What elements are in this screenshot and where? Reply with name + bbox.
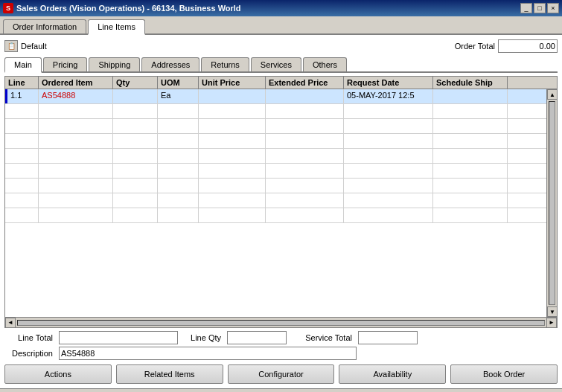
tab-addresses[interactable]: Addresses [141,57,199,71]
cell-sched-ship [433,164,508,178]
col-header-req-date: Request Date [344,77,433,89]
table-row[interactable] [5,179,546,193]
tab-line-items[interactable]: Line Items [88,19,145,35]
table-row[interactable] [5,164,546,179]
cell-qty [113,193,158,208]
table-row[interactable]: 1.1 AS54888 Ea 05-MAY-2017 12:5 [5,89,546,104]
cell-unit-price [199,119,266,133]
minimize-button[interactable]: _ [520,3,532,13]
cell-ordered-item [39,119,113,133]
title-bar-buttons[interactable]: _ □ × [520,3,559,13]
tab-services[interactable]: Services [251,57,301,71]
title-bar-left: S Sales Orders (Vision Operations) - 661… [3,3,241,13]
cell-uom [158,208,199,222]
totals-row: Line Total Line Qty Service Total [4,331,558,344]
cell-ordered-item [39,164,113,178]
vertical-scrollbar[interactable]: ▲ ▼ [546,89,557,317]
col-header-ordered-item: Ordered Item [39,77,113,89]
availability-button[interactable]: Availability [339,364,446,384]
cell-ext-price [266,193,344,208]
cell-uom [158,193,199,208]
cell-unit-price [199,164,266,178]
tab-shipping[interactable]: Shipping [89,57,140,71]
cell-uom: Ea [158,89,199,103]
cell-line [5,104,39,118]
cell-line [5,208,39,222]
maximize-button[interactable]: □ [534,3,546,13]
actions-button[interactable]: Actions [4,364,112,384]
cell-req-date [344,208,433,222]
col-header-sched-ship: Schedule Ship [433,77,508,89]
tab-order-information[interactable]: Order Information [3,19,86,33]
table-row[interactable] [5,208,546,223]
window-title: Sales Orders (Vision Operations) - 66134… [16,4,241,13]
cell-ordered-item [39,208,113,222]
cell-ext-price [266,104,344,118]
cell-req-date [344,119,433,133]
cell-ext-price [266,208,344,222]
cell-qty [113,149,158,163]
book-order-button[interactable]: Book Order [450,364,558,384]
grid-body: 1.1 AS54888 Ea 05-MAY-2017 12:5 [5,89,546,317]
cell-qty[interactable] [113,89,158,103]
table-row[interactable] [5,134,546,149]
line-total-field[interactable] [59,331,178,344]
service-total-field[interactable] [358,331,418,344]
tab-returns[interactable]: Returns [201,57,249,71]
scroll-down-button[interactable]: ▼ [547,306,557,317]
tab-main[interactable]: Main [4,57,42,73]
table-row[interactable] [5,104,546,119]
table-row[interactable] [5,193,546,208]
grid-area: Line Ordered Item Qty UOM Unit Price Ext… [4,76,558,328]
cell-qty [113,164,158,178]
cell-ext-price [266,149,344,163]
description-field[interactable] [59,347,357,360]
cell-qty [113,208,158,222]
cell-qty [113,179,158,193]
close-button[interactable]: × [547,3,559,13]
scroll-up-button[interactable]: ▲ [547,89,557,100]
table-row[interactable] [5,119,546,134]
cell-req-date: 05-MAY-2017 12:5 [344,89,433,103]
cell-req-date [344,104,433,118]
outer-tab-strip: Order Information Line Items [0,16,562,35]
cell-uom [158,104,199,118]
vscroll-track[interactable] [549,101,555,305]
cell-ext-price [266,89,344,103]
cell-ordered-item: AS54888 [39,89,113,103]
cell-req-date [344,149,433,163]
cell-sched-ship [433,149,508,163]
grid-header: Line Ordered Item Qty UOM Unit Price Ext… [5,77,557,89]
related-items-button[interactable]: Related Items [116,364,223,384]
horizontal-scrollbar[interactable]: ◄ ► [5,317,557,327]
table-row[interactable] [5,149,546,164]
hscroll-track[interactable] [17,320,545,326]
scroll-right-button[interactable]: ► [546,318,557,328]
cell-sched-ship [433,208,508,222]
cell-line [5,149,39,163]
cell-uom [158,149,199,163]
cell-unit-price [199,193,266,208]
configurator-button[interactable]: Configurator [228,364,335,384]
cell-ext-price [266,164,344,178]
line-qty-field[interactable] [227,331,287,344]
cell-unit-price [199,134,266,148]
cell-sched-ship [433,89,508,103]
col-header-ext-price: Extended Price [266,77,344,89]
tab-pricing[interactable]: Pricing [43,57,88,71]
cell-sched-ship [433,119,508,133]
scroll-left-button[interactable]: ◄ [5,318,16,328]
line-qty-label: Line Qty [184,333,221,342]
cell-qty [113,104,158,118]
cell-line: 1.1 [5,89,39,103]
cell-sched-ship [433,104,508,118]
cell-line [5,164,39,178]
tab-others[interactable]: Others [303,57,347,71]
col-header-qty: Qty [113,77,158,89]
cell-uom [158,134,199,148]
order-total-field[interactable] [498,39,558,53]
cell-sched-ship [433,134,508,148]
grid-body-area: 1.1 AS54888 Ea 05-MAY-2017 12:5 [5,89,557,317]
top-row: 📋 Default Order Total [4,39,558,53]
action-buttons-row: Actions Related Items Configurator Avail… [4,364,558,384]
